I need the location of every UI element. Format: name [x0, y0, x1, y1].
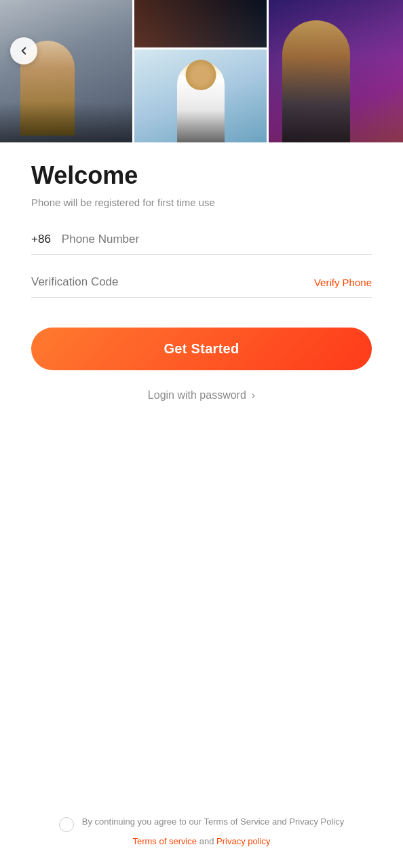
subtitle-text: Phone will be registered for first time …	[31, 197, 372, 208]
country-code[interactable]: +86	[31, 233, 51, 246]
terms-of-service-link[interactable]: Terms of service	[132, 836, 197, 846]
phone-number-input[interactable]	[62, 233, 372, 246]
privacy-policy-link[interactable]: Privacy policy	[216, 836, 270, 846]
hero-image-center-bottom	[134, 50, 267, 142]
main-content: Welcome Phone will be registered for fir…	[0, 142, 403, 401]
terms-links: Terms of service and Privacy policy	[132, 836, 270, 846]
hero-image-center	[134, 0, 267, 142]
verification-row: Verify Phone	[31, 275, 372, 298]
hero-image-center-top	[134, 0, 267, 47]
terms-and-text: and	[199, 836, 216, 846]
get-started-button[interactable]: Get Started	[31, 328, 372, 370]
verification-code-input[interactable]	[31, 275, 314, 289]
back-button[interactable]	[10, 37, 37, 64]
verify-phone-button[interactable]: Verify Phone	[314, 277, 372, 288]
terms-text: By continuing you agree to our Terms of …	[82, 816, 344, 828]
login-password-label: Login with password	[148, 389, 246, 401]
login-with-password-button[interactable]: Login with password ›	[31, 389, 372, 401]
phone-input-row: +86	[31, 233, 372, 255]
welcome-title: Welcome	[31, 161, 372, 190]
terms-area: By continuing you agree to our Terms of …	[0, 816, 403, 846]
hero-image-right	[269, 0, 403, 142]
terms-row: By continuing you agree to our Terms of …	[59, 816, 344, 832]
chevron-right-icon: ›	[252, 389, 255, 401]
back-arrow-icon	[18, 45, 30, 57]
terms-checkbox[interactable]	[59, 817, 74, 832]
hero-image-left	[0, 0, 132, 142]
hero-collage	[0, 0, 403, 142]
